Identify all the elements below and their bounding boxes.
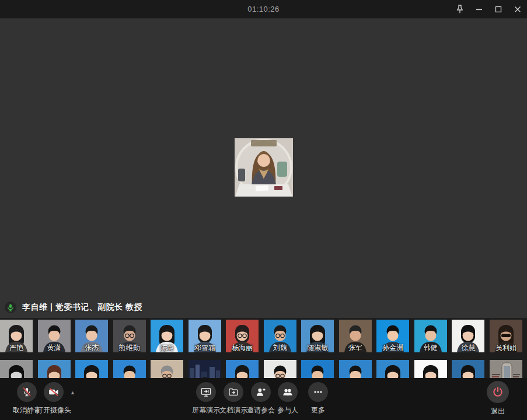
titlebar: 01:10:26: [0, 0, 527, 19]
close-icon: [514, 6, 521, 13]
toolbar: 取消静音 打开摄像头 ▲: [0, 378, 527, 420]
doc-share-button[interactable]: 文档演示: [219, 382, 247, 415]
participant-name: 张军: [339, 344, 372, 352]
participant-name: 黄潇: [38, 344, 71, 352]
participant-tile[interactable]: 韩健: [414, 320, 447, 352]
camera-on-label: 打开摄像头: [36, 405, 71, 415]
participant-tile[interactable]: 陈璐: [151, 320, 183, 352]
invite-button[interactable]: 邀请参会: [247, 382, 275, 415]
participant-tile[interactable]: 徐慧: [452, 320, 484, 352]
power-icon: [487, 381, 509, 403]
participant-tile[interactable]: [189, 360, 221, 378]
pushpin-icon: [456, 5, 464, 14]
minimize-icon: [476, 6, 483, 13]
maximize-icon: [495, 6, 502, 13]
stage: 李自维 | 党委书记、副院长 教授: [0, 19, 527, 318]
more-dots-icon: [308, 382, 328, 402]
screen-share-button[interactable]: 屏幕演示: [192, 382, 220, 415]
participant-name: 熊维勤: [113, 344, 146, 352]
participant-name: 韩健: [414, 344, 447, 352]
participant-tile[interactable]: [75, 360, 108, 378]
participant-tile[interactable]: [151, 360, 183, 378]
participant-tile[interactable]: 杨海丽: [226, 320, 259, 352]
participants-label: 参与人: [277, 405, 298, 415]
participant-name: 徐慧: [452, 344, 484, 352]
triangle-up-icon: ▲: [70, 390, 75, 396]
camera-options-toggle[interactable]: ▲: [70, 390, 75, 396]
participant-name: 张杰: [75, 344, 108, 352]
exit-button[interactable]: 退出: [487, 381, 509, 416]
participant-tile[interactable]: [301, 360, 334, 378]
doc-share-icon: [224, 382, 243, 402]
participant-name: 陈璐: [151, 344, 183, 352]
speaker-info: 李自维 | 党委书记、副院长 教授: [0, 298, 527, 317]
participant-name: 严艳: [0, 344, 33, 352]
camera-off-icon: [44, 382, 64, 402]
participant-tile[interactable]: [38, 360, 71, 378]
minimize-button[interactable]: [469, 0, 488, 19]
participant-tile[interactable]: [376, 360, 409, 378]
window-controls: [450, 0, 527, 19]
camera-on-button[interactable]: 打开摄像头: [36, 382, 71, 415]
participant-tile[interactable]: [414, 360, 447, 378]
participant-tile[interactable]: 孙金洲: [376, 320, 409, 352]
participant-tile[interactable]: 黄潇: [38, 320, 71, 352]
participant-name: 邓雪霜: [189, 344, 221, 352]
invite-person-icon: [251, 382, 271, 402]
participant-tile[interactable]: [490, 360, 522, 378]
screen-share-label: 屏幕演示: [192, 405, 220, 415]
participant-tile[interactable]: [0, 360, 33, 378]
filmstrip-row-1: 严艳黄潇张杰熊维勤陈璐邓雪霜杨海丽刘魏随淑敏张军孙金洲韩健徐慧员利娟: [0, 320, 522, 352]
participant-tile[interactable]: 熊维勤: [113, 320, 146, 352]
mic-muted-icon: [17, 382, 37, 402]
participant-tile[interactable]: 随淑敏: [301, 320, 334, 352]
close-button[interactable]: [508, 0, 527, 19]
more-label: 更多: [311, 405, 325, 415]
participant-tile[interactable]: [264, 360, 296, 378]
active-speaker-photo: [235, 138, 293, 197]
participant-name: 员利娟: [490, 344, 522, 352]
participant-tile[interactable]: 张杰: [75, 320, 108, 352]
participant-tile[interactable]: 张军: [339, 320, 372, 352]
participant-name: 杨海丽: [226, 344, 259, 352]
participants-button[interactable]: 参与人: [277, 382, 298, 415]
speaker-name-label: 李自维 | 党委书记、副院长 教授: [22, 302, 142, 313]
filmstrip-row-2: [0, 360, 522, 378]
participant-name: 刘魏: [264, 344, 296, 352]
invite-label: 邀请参会: [247, 405, 275, 415]
participant-tile[interactable]: [452, 360, 484, 378]
participant-filmstrip: 严艳黄潇张杰熊维勤陈璐邓雪霜杨海丽刘魏随淑敏张军孙金洲韩健徐慧员利娟: [0, 318, 527, 378]
participants-icon: [278, 382, 298, 402]
screen-share-icon: [196, 382, 216, 402]
mic-on-icon: [5, 302, 16, 313]
participant-name: 随淑敏: [301, 344, 334, 352]
doc-share-label: 文档演示: [219, 405, 247, 415]
participant-tile[interactable]: 员利娟: [490, 320, 522, 352]
meeting-window: 01:10:26: [0, 0, 527, 420]
participant-tile[interactable]: [226, 360, 259, 378]
meeting-timer: 01:10:26: [0, 0, 527, 19]
participant-tile[interactable]: 刘魏: [264, 320, 296, 352]
participant-tile[interactable]: 邓雪霜: [189, 320, 221, 352]
exit-label: 退出: [491, 407, 505, 416]
active-speaker-video[interactable]: [235, 138, 293, 197]
participant-name: 孙金洲: [376, 344, 409, 352]
more-button[interactable]: 更多: [308, 382, 328, 415]
participant-tile[interactable]: [339, 360, 372, 378]
pin-button[interactable]: [450, 0, 469, 19]
participant-tile[interactable]: [113, 360, 146, 378]
participant-tile[interactable]: 严艳: [0, 320, 33, 352]
maximize-button[interactable]: [488, 0, 508, 19]
